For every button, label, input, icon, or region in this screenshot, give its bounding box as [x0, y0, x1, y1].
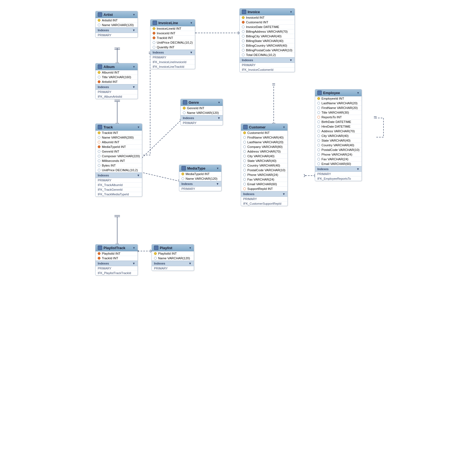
table-header-album[interactable]: Album▼	[96, 63, 138, 70]
column-text: InvoiceId INT	[157, 32, 175, 35]
indexes-header[interactable]: Indexes▼	[96, 84, 138, 90]
table-header-track[interactable]: Track▼	[96, 124, 142, 131]
indexes-header[interactable]: Indexes▼	[96, 27, 138, 33]
indexes-header[interactable]: Indexes▼	[150, 50, 195, 55]
indexes-chevron[interactable]: ▼	[282, 192, 285, 196]
column-row: Address VARCHAR(70)	[241, 149, 287, 154]
indexes-header[interactable]: Indexes▼	[241, 191, 287, 197]
table-playlisttrack[interactable]: PlaylistTrack▼PlaylistId INTTrackId INTI…	[95, 244, 138, 275]
table-header-mediatype[interactable]: MediaType▼	[179, 165, 221, 172]
column-row: Quantity INT	[150, 45, 195, 50]
table-header-playlisttrack[interactable]: PlaylistTrack▼	[96, 244, 138, 251]
table-invoiceline[interactable]: InvoiceLine▼InvoiceLineId INTInvoiceId I…	[150, 19, 195, 69]
nullable-icon	[154, 257, 157, 260]
column-row: BirthDate DATETIME	[315, 120, 362, 124]
nullable-icon	[181, 177, 184, 180]
table-collapse-chevron[interactable]: ▼	[133, 13, 135, 16]
indexes-header[interactable]: Indexes▼	[179, 181, 221, 187]
table-collapse-chevron[interactable]: ▼	[133, 246, 135, 249]
table-employee[interactable]: Employee▼EmployeeId INTLastName VARCHAR(…	[315, 89, 362, 181]
nullable-icon	[242, 49, 245, 52]
indexes-header[interactable]: Indexes▼	[181, 115, 223, 121]
table-collapse-chevron[interactable]: ▼	[189, 246, 192, 249]
key-icon	[153, 27, 155, 30]
indexes-header[interactable]: Indexes▼	[96, 261, 138, 266]
nullable-icon	[98, 76, 100, 78]
indexes-chevron[interactable]: ▼	[137, 174, 140, 177]
table-mediatype[interactable]: MediaType▼MediaTypeId INTName VARCHAR(12…	[179, 165, 222, 191]
indexes-header[interactable]: Indexes▼	[152, 261, 194, 266]
nullable-icon	[153, 46, 155, 49]
index-row: IFK_CustomerSupportRepId	[241, 201, 287, 206]
indexes-header[interactable]: Indexes▼	[315, 166, 362, 172]
table-header-customer[interactable]: Customer▼	[241, 124, 287, 131]
table-genre[interactable]: Genre▼GenreId INTName VARCHAR(120)Indexe…	[180, 99, 223, 125]
table-track[interactable]: Track▼TrackId INTName VARCHAR(200)AlbumI…	[95, 123, 142, 197]
column-row: MediaTypeId INT	[96, 145, 142, 149]
indexes-chevron[interactable]: ▼	[189, 262, 192, 265]
column-row: EmployeeId INT	[315, 96, 362, 101]
table-collapse-chevron[interactable]: ▼	[190, 21, 193, 24]
table-collapse-chevron[interactable]: ▼	[357, 91, 360, 94]
indexes-chevron[interactable]: ▼	[289, 58, 292, 62]
column-row: CustomerId INT	[241, 131, 287, 135]
indexes-chevron[interactable]: ▼	[190, 51, 193, 54]
table-collapse-chevron[interactable]: ▼	[283, 126, 285, 129]
table-collapse-chevron[interactable]: ▼	[218, 101, 220, 104]
table-playlist[interactable]: Playlist▼PlaylistId INTName VARCHAR(120)…	[152, 244, 194, 271]
table-db-icon	[242, 10, 246, 14]
table-album[interactable]: Album▼AlbumId INTTitle VARCHAR(160)Artis…	[95, 63, 138, 99]
column-text: Country VARCHAR(40)	[247, 164, 280, 167]
table-header-invoiceline[interactable]: InvoiceLine▼	[150, 19, 195, 26]
column-row: Address VARCHAR(70)	[315, 129, 362, 134]
table-collapse-chevron[interactable]: ▼	[216, 167, 219, 170]
fk-icon	[98, 257, 100, 260]
table-header-employee[interactable]: Employee▼	[315, 89, 362, 96]
nullable-icon	[98, 164, 100, 167]
column-text: ArtistId INT	[102, 80, 118, 83]
table-collapse-chevron[interactable]: ▼	[137, 126, 140, 129]
indexes-chevron[interactable]: ▼	[132, 262, 135, 265]
table-header-invoice[interactable]: Invoice▼	[240, 9, 295, 15]
column-row: Total DECIMAL(10,2)	[240, 53, 295, 57]
indexes-chevron[interactable]: ▼	[217, 116, 220, 120]
indexes-header[interactable]: Indexes▼	[240, 57, 295, 63]
indexes-chevron[interactable]: ▼	[216, 182, 219, 185]
column-row: BillingAddress VARCHAR(70)	[240, 29, 295, 34]
column-text: Name VARCHAR(120)	[158, 257, 190, 260]
nullable-icon	[98, 159, 100, 162]
table-header-playlist[interactable]: Playlist▼	[152, 244, 194, 251]
column-text: InvoiceLineId INT	[157, 27, 181, 30]
column-text: Milliseconds INT	[102, 159, 125, 162]
column-row: Milliseconds INT	[96, 159, 142, 163]
indexes-chevron[interactable]: ▼	[132, 29, 135, 32]
fk-icon	[153, 32, 155, 35]
column-text: FirstName VARCHAR(40)	[247, 136, 284, 139]
table-collapse-chevron[interactable]: ▼	[290, 10, 292, 13]
column-row: PlaylistId INT	[96, 251, 138, 256]
table-collapse-chevron[interactable]: ▼	[133, 65, 135, 68]
index-row: PRIMARY	[96, 33, 138, 37]
column-text: FirstName VARCHAR(20)	[321, 106, 358, 109]
fk-nullable-icon	[317, 116, 320, 119]
nullable-icon	[98, 136, 100, 139]
table-db-icon	[98, 246, 102, 250]
table-artist[interactable]: Artist▼ArtistId INTName VARCHAR(120)Inde…	[95, 11, 138, 38]
table-invoice[interactable]: Invoice▼InvoiceId INTCustomerId INTInvoi…	[239, 8, 295, 72]
column-text: Total DECIMAL(10,2)	[246, 53, 276, 57]
indexes-header[interactable]: Indexes▼	[96, 173, 142, 178]
svg-line-24	[304, 176, 305, 177]
column-row: LastName VARCHAR(20)	[241, 140, 287, 145]
table-customer[interactable]: Customer▼CustomerId INTFirstName VARCHAR…	[241, 123, 288, 206]
indexes-chevron[interactable]: ▼	[357, 167, 360, 171]
table-header-artist[interactable]: Artist▼	[96, 11, 138, 18]
table-header-genre[interactable]: Genre▼	[181, 99, 223, 106]
column-row: PostalCode VARCHAR(10)	[315, 148, 362, 152]
indexes-chevron[interactable]: ▼	[132, 85, 135, 89]
column-text: PostalCode VARCHAR(10)	[321, 148, 359, 151]
indexes-label: Indexes	[98, 29, 109, 32]
indexes-label: Indexes	[154, 262, 165, 265]
column-row: TrackId INT	[96, 131, 142, 135]
indexes-label: Indexes	[183, 116, 194, 120]
nullable-icon	[153, 41, 155, 44]
